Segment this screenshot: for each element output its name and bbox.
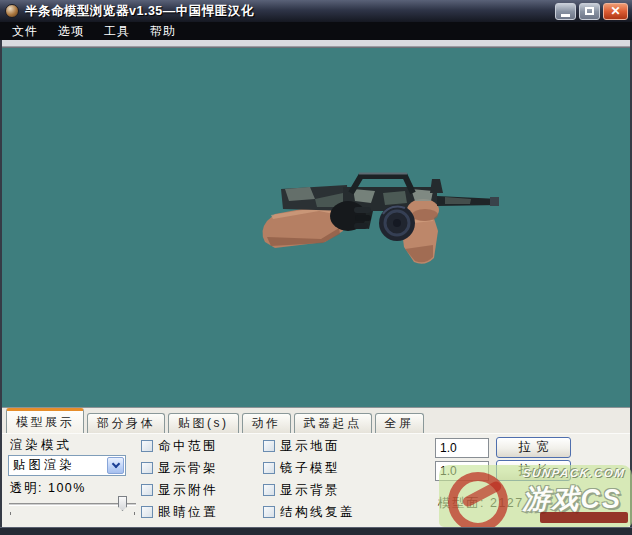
checkbox-eye-position[interactable]: 眼睛位置 [141, 504, 218, 520]
checkbox-show-attachments[interactable]: 显示附件 [141, 482, 218, 498]
toolbar-strip [2, 40, 630, 47]
weapon-model[interactable] [255, 169, 505, 274]
stretch-width-button[interactable]: 拉宽 [496, 437, 571, 458]
checkbox-icon[interactable] [141, 484, 153, 496]
checkbox-icon[interactable] [263, 462, 275, 474]
render-mode-select[interactable]: 贴图渲染 [8, 455, 126, 476]
window-title: 半条命模型浏览器v1.35—中国悍匪汉化 [25, 3, 555, 20]
model-viewport[interactable] [2, 47, 630, 407]
window-controls: ✕ [555, 3, 628, 20]
minimize-button[interactable] [555, 3, 576, 20]
window-bottom-frame[interactable] [0, 527, 632, 535]
checkbox-icon[interactable] [141, 506, 153, 518]
stretch-width-input[interactable] [435, 438, 489, 458]
watermark-logo-text: 游戏CS [522, 481, 622, 517]
checkbox-mirror-model[interactable]: 镜子模型 [263, 460, 340, 476]
checkbox-show-background[interactable]: 显示背景 [263, 482, 340, 498]
render-mode-value: 贴图渲染 [13, 458, 75, 472]
tab-weapon-origin[interactable]: 武器起点 [294, 413, 372, 433]
tab-body-parts[interactable]: 部分身体 [87, 413, 165, 433]
checkbox-icon[interactable] [141, 462, 153, 474]
stretch-length-input[interactable] [435, 461, 489, 481]
control-panel: 渲染模式 贴图渲染 透明: 100% 命中范围 [2, 433, 630, 526]
checkbox-icon[interactable] [263, 484, 275, 496]
menu-bar: 文件 选项 工具 帮助 [0, 22, 632, 40]
model-face-count: 模型面: 2127 [438, 495, 524, 512]
maximize-button[interactable] [579, 3, 600, 20]
tab-model-display[interactable]: 模型展示 [6, 408, 84, 433]
tab-bar: 模型展示 部分身体 贴图(s) 动作 武器起点 全屏 [2, 407, 630, 433]
title-bar[interactable]: 半条命模型浏览器v1.35—中国悍匪汉化 ✕ [0, 0, 632, 22]
slider-tick [10, 512, 11, 515]
slider-thumb[interactable] [118, 496, 127, 511]
close-icon: ✕ [610, 5, 620, 17]
tab-textures[interactable]: 贴图(s) [168, 413, 239, 433]
minimize-icon [561, 14, 570, 17]
dropdown-arrow-icon[interactable] [107, 457, 124, 474]
checkbox-wireframe-overlay[interactable]: 结构线复盖 [263, 504, 355, 520]
menu-options[interactable]: 选项 [50, 22, 92, 41]
checkbox-icon[interactable] [263, 506, 275, 518]
tab-fullscreen[interactable]: 全屏 [375, 413, 424, 433]
maximize-icon [585, 7, 594, 15]
menu-tools[interactable]: 工具 [96, 22, 138, 41]
slider-tick [134, 512, 135, 515]
watermark-red-bar [540, 512, 628, 523]
stretch-length-button[interactable]: 拉长 [496, 460, 571, 481]
checkbox-icon[interactable] [141, 440, 153, 452]
checkbox-hitboxes[interactable]: 命中范围 [141, 438, 218, 454]
app-window: 半条命模型浏览器v1.35—中国悍匪汉化 ✕ 文件 选项 工具 帮助 [0, 0, 632, 535]
checkbox-icon[interactable] [263, 440, 275, 452]
checkbox-show-ground[interactable]: 显示地面 [263, 438, 340, 454]
slider-track[interactable] [9, 503, 136, 506]
tab-animations[interactable]: 动作 [242, 413, 291, 433]
transparency-label: 透明: 100% [10, 480, 86, 497]
client-area: 模型展示 部分身体 贴图(s) 动作 武器起点 全屏 渲染模式 贴图渲染 透明:… [0, 40, 632, 527]
close-button[interactable]: ✕ [603, 3, 628, 20]
render-mode-label: 渲染模式 [10, 437, 72, 454]
transparency-slider[interactable] [7, 496, 138, 514]
menu-file[interactable]: 文件 [4, 22, 46, 41]
menu-help[interactable]: 帮助 [142, 22, 184, 41]
checkbox-show-skeleton[interactable]: 显示骨架 [141, 460, 218, 476]
app-icon [5, 4, 19, 18]
